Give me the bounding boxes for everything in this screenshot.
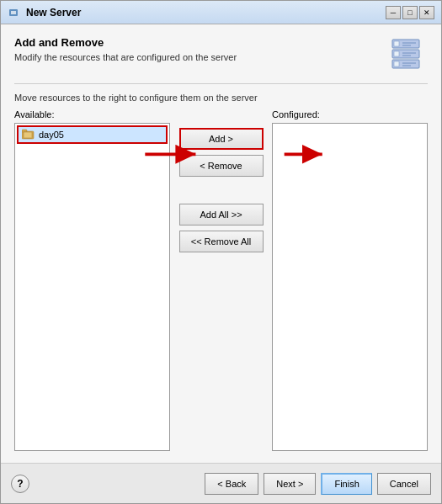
- configured-label: Configured:: [272, 109, 428, 119]
- back-button[interactable]: < Back: [205, 473, 258, 495]
- available-list[interactable]: day05: [14, 123, 170, 451]
- resource-columns: Available: day05: [14, 109, 428, 451]
- svg-rect-7: [394, 51, 399, 56]
- window-icon: [8, 6, 21, 19]
- configured-column: Configured:: [272, 109, 428, 451]
- new-server-window: New Server ─ □ ✕ Add and Remove Modify t…: [0, 0, 442, 504]
- project-icon: [22, 129, 35, 141]
- page-title: Add and Remove: [14, 36, 377, 49]
- minimize-button[interactable]: ─: [386, 6, 401, 19]
- svg-rect-16: [24, 132, 32, 138]
- header-divider: [14, 83, 428, 84]
- svg-rect-15: [22, 130, 27, 132]
- remove-button[interactable]: < Remove: [179, 155, 264, 177]
- server-icon: [384, 36, 428, 73]
- finish-button[interactable]: Finish: [321, 473, 371, 495]
- list-item[interactable]: day05: [17, 125, 168, 144]
- footer-right: < Back Next > Finish Cancel: [205, 473, 431, 495]
- remove-all-button[interactable]: << Remove All: [179, 231, 264, 252]
- main-content: Add and Remove Modify the resources that…: [1, 24, 441, 463]
- header-section: Add and Remove Modify the resources that…: [14, 36, 428, 73]
- instruction-text: Move resources to the right to configure…: [14, 93, 428, 103]
- svg-rect-11: [394, 61, 399, 66]
- svg-rect-1: [11, 11, 16, 14]
- cancel-button[interactable]: Cancel: [377, 473, 431, 495]
- page-subtitle: Modify the resources that are configured…: [14, 52, 377, 62]
- title-bar: New Server ─ □ ✕: [1, 1, 441, 24]
- svg-rect-3: [394, 41, 399, 46]
- footer-left: ?: [11, 475, 29, 493]
- configured-list[interactable]: [272, 123, 428, 451]
- window-title: New Server: [26, 7, 386, 19]
- action-buttons: Add > < Remove Add All >> << Remove All: [170, 109, 272, 451]
- maximize-button[interactable]: □: [402, 6, 418, 19]
- help-button[interactable]: ?: [11, 475, 29, 493]
- close-button[interactable]: ✕: [419, 6, 434, 19]
- available-label: Available:: [14, 109, 170, 119]
- next-button[interactable]: Next >: [264, 473, 316, 495]
- item-name: day05: [39, 130, 64, 140]
- header-text: Add and Remove Modify the resources that…: [14, 36, 377, 62]
- window-controls: ─ □ ✕: [386, 6, 434, 19]
- add-all-button[interactable]: Add All >>: [179, 204, 264, 225]
- available-column: Available: day05: [14, 109, 170, 451]
- footer: ? < Back Next > Finish Cancel: [1, 463, 441, 503]
- add-button[interactable]: Add >: [179, 128, 264, 150]
